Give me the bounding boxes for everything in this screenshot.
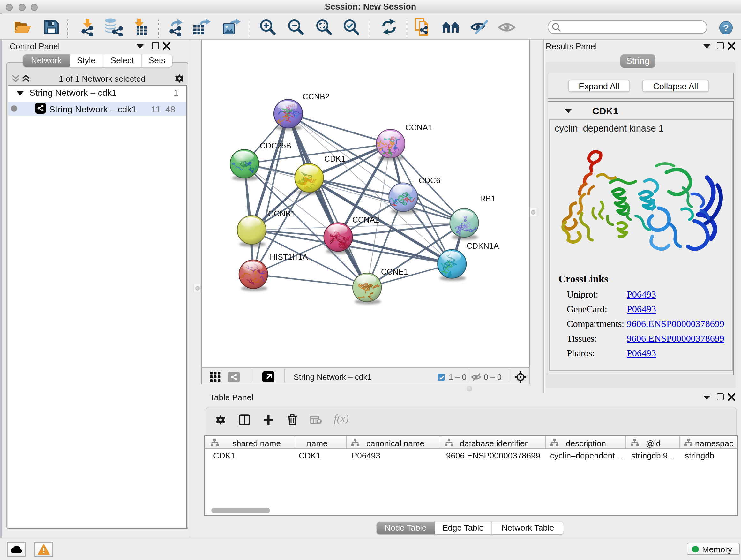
svg-text:CDC25B: CDC25B — [260, 141, 291, 150]
svg-text:RB1: RB1 — [480, 194, 495, 203]
svg-text:CDC6: CDC6 — [419, 176, 441, 185]
svg-text:CCNB1: CCNB1 — [268, 209, 295, 218]
svg-text:CDKN1A: CDKN1A — [467, 241, 499, 250]
svg-text:HIST1H1A: HIST1H1A — [270, 253, 308, 261]
svg-text:CDK1: CDK1 — [324, 154, 346, 163]
svg-text:CCNE1: CCNE1 — [381, 267, 408, 276]
svg-text:CCNA1: CCNA1 — [405, 123, 432, 132]
svg-text:CCNA2: CCNA2 — [352, 215, 380, 224]
svg-text:CCNB2: CCNB2 — [302, 92, 330, 101]
